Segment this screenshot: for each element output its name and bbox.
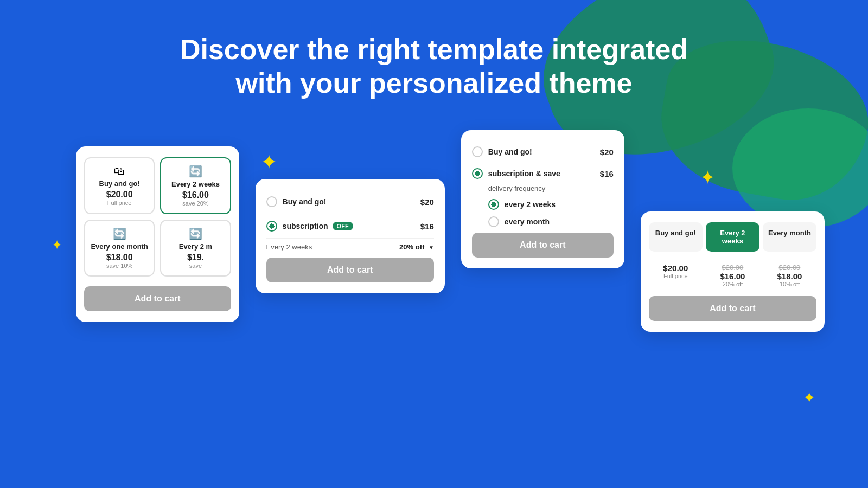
1month-label: Every one month xyxy=(90,242,149,251)
card2-sub-label: subscription OFF xyxy=(283,222,420,230)
widget-card-3: Buy and go! $20 subscription & save $16 … xyxy=(461,130,624,268)
subscription-toggle[interactable]: OFF xyxy=(333,222,353,230)
card2-buy-radio xyxy=(266,196,277,207)
2months-price: $19. xyxy=(165,253,225,262)
card3-buy-label: Buy and go! xyxy=(488,147,532,156)
2weeks-sub: save 20% xyxy=(165,200,225,207)
card3-freq-month[interactable]: every month xyxy=(488,213,614,230)
1month-price: $18.00 xyxy=(90,253,149,262)
hero-title: Discover the right template integrated w… xyxy=(0,33,868,100)
card1-add-to-cart-button[interactable]: Add to cart xyxy=(84,286,231,311)
card2-freq-label: Every 2 weeks xyxy=(266,243,312,251)
sparkle-3: ✦ xyxy=(52,239,62,252)
card1-option-2weeks[interactable]: 🔄 Every 2 weeks $16.00 save 20% xyxy=(160,157,231,214)
card4-col1-price: $20.00 Full price xyxy=(649,259,703,292)
card3-add-to-cart-button[interactable]: Add to cart xyxy=(472,233,614,258)
recurring-icon-3: 🔄 xyxy=(165,227,225,240)
card2-buy-label: Buy and go! xyxy=(283,197,420,206)
2months-label: Every 2 m xyxy=(165,242,225,251)
card3-buy-radio xyxy=(472,146,483,157)
card2-sub-price: $16 xyxy=(420,222,434,231)
card1-option-1month[interactable]: 🔄 Every one month $18.00 save 10% xyxy=(84,220,155,277)
title-line1: Discover the right template integrated xyxy=(108,33,760,66)
2months-sub: save xyxy=(165,262,225,269)
card3-sub-label: subscription & save xyxy=(488,169,560,178)
card3-sub-price: $16 xyxy=(600,169,614,178)
card2-freq-value: 20% off ▼ xyxy=(399,243,434,251)
card2-frequency-row[interactable]: Every 2 weeks 20% off ▼ xyxy=(266,239,434,255)
card1-options-grid: 🛍 Buy and go! $20.00 Full price 🔄 Every … xyxy=(84,157,231,277)
card3-freq-2weeks-radio xyxy=(488,199,499,210)
card1-option-buy[interactable]: 🛍 Buy and go! $20.00 Full price xyxy=(84,157,155,214)
recurring-icon: 🔄 xyxy=(165,165,225,178)
cards-area: 🛍 Buy and go! $20.00 Full price 🔄 Every … xyxy=(76,146,825,332)
card4-col3-price: $20.00 $18.00 10% off xyxy=(763,259,816,292)
buy-icon: 🛍 xyxy=(90,165,149,177)
title-line2: with your personalized theme xyxy=(108,66,760,100)
card4-col2-header[interactable]: Every 2 weeks xyxy=(706,222,760,252)
buy-label: Buy and go! xyxy=(90,179,149,188)
card3-freq-options: every 2 weeks every month xyxy=(472,196,614,230)
card3-delivery-label: delivery frequency xyxy=(472,184,614,196)
card3-buy-price: $20 xyxy=(600,147,614,157)
card2-buy-price: $20 xyxy=(420,197,434,207)
card4-add-to-cart-button[interactable]: Add to cart xyxy=(649,296,816,321)
card3-freq-month-label: every month xyxy=(505,217,550,226)
card2-buy-row[interactable]: Buy and go! $20 xyxy=(266,190,434,214)
recurring-icon-2: 🔄 xyxy=(90,227,149,240)
card4-col1-header[interactable]: Buy and go! xyxy=(649,222,703,252)
sparkle-4: ✦ xyxy=(803,390,815,406)
card3-freq-month-radio xyxy=(488,216,499,227)
widget-card-1: 🛍 Buy and go! $20.00 Full price 🔄 Every … xyxy=(76,146,239,322)
buy-sub: Full price xyxy=(90,200,149,206)
card3-sub-row[interactable]: subscription & save $16 xyxy=(472,163,614,184)
card3-buy-row[interactable]: Buy and go! $20 xyxy=(472,141,614,163)
card2-sub-radio xyxy=(266,221,277,232)
card2-add-to-cart-button[interactable]: Add to cart xyxy=(266,258,434,282)
card3-freq-2weeks[interactable]: every 2 weeks xyxy=(488,196,614,213)
2weeks-price: $16.00 xyxy=(165,190,225,200)
card4-col3-header[interactable]: Every month xyxy=(763,222,816,252)
card4-col2-price: $20.00 $16.00 20% off xyxy=(706,259,760,292)
card1-option-2months[interactable]: 🔄 Every 2 m $19. save xyxy=(160,220,231,277)
widget-card-4: Buy and go! Every 2 weeks Every month $2… xyxy=(641,211,825,332)
card3-sub-radio xyxy=(472,168,483,179)
buy-price: $20.00 xyxy=(90,190,149,200)
dropdown-arrow-icon: ▼ xyxy=(429,245,434,251)
1month-sub: save 10% xyxy=(90,262,149,269)
card4-col-headers: Buy and go! Every 2 weeks Every month xyxy=(649,222,816,252)
card3-freq-2weeks-label: every 2 weeks xyxy=(505,200,556,209)
2weeks-label: Every 2 weeks xyxy=(165,180,225,188)
card2-subscription-row[interactable]: subscription OFF $16 xyxy=(266,214,434,239)
widget-card-2: Buy and go! $20 subscription OFF $16 Eve… xyxy=(256,179,445,293)
card4-price-row: $20.00 Full price $20.00 $16.00 20% off … xyxy=(649,259,816,292)
